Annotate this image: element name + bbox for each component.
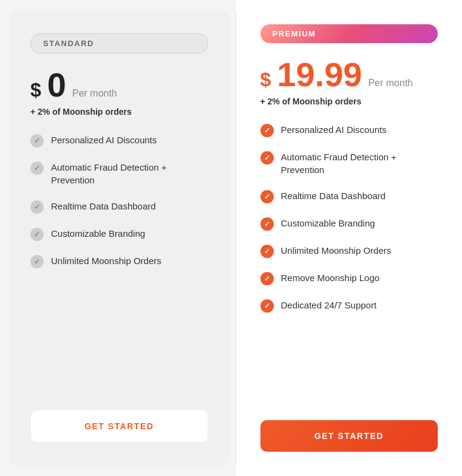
feature-label: Automatic Fraud Detection + Prevention xyxy=(281,151,438,176)
check-icon xyxy=(260,299,274,313)
check-icon xyxy=(260,272,274,285)
premium-plan-card: PREMIUM $ 19.99 Per month + 2% of Moonsh… xyxy=(236,0,463,476)
feature-label: Automatic Fraud Detection + Prevention xyxy=(51,161,208,186)
check-icon xyxy=(30,162,44,175)
feature-label: Customizable Branding xyxy=(281,217,375,229)
list-item: Personalized AI Discounts xyxy=(30,134,208,148)
feature-label: Dedicated 24/7 Support xyxy=(281,299,377,311)
premium-price-period: Per month xyxy=(368,78,413,89)
list-item: Customizable Branding xyxy=(260,217,438,231)
standard-features-list: Personalized AI Discounts Automatic Frau… xyxy=(30,134,208,388)
premium-get-started-button[interactable]: GET STARTED xyxy=(260,420,438,452)
feature-label: Realtime Data Dashboard xyxy=(281,189,386,202)
premium-price-amount: 19.99 xyxy=(277,58,362,92)
standard-price-row: $ 0 Per month xyxy=(30,68,208,102)
feature-label: Personalized AI Discounts xyxy=(281,123,387,136)
premium-price-subtext: + 2% of Moonship orders xyxy=(260,97,438,106)
standard-badge: STANDARD xyxy=(30,33,208,53)
list-item: Automatic Fraud Detection + Prevention xyxy=(260,151,438,176)
feature-label: Customizable Branding xyxy=(51,227,145,240)
standard-price-amount: 0 xyxy=(47,68,66,102)
feature-label: Unlimited Moonship Orders xyxy=(281,244,392,257)
premium-features-list: Personalized AI Discounts Automatic Frau… xyxy=(260,123,438,398)
standard-get-started-button[interactable]: GET STARTED xyxy=(30,410,208,443)
check-icon xyxy=(30,200,44,214)
pricing-container: STANDARD $ 0 Per month + 2% of Moonship … xyxy=(0,0,462,476)
standard-plan-card: STANDARD $ 0 Per month + 2% of Moonship … xyxy=(9,9,229,467)
feature-label: Personalized AI Discounts xyxy=(51,134,157,146)
standard-price-period: Per month xyxy=(72,88,117,99)
list-item: Dedicated 24/7 Support xyxy=(260,299,438,313)
check-icon xyxy=(30,134,44,148)
list-item: Customizable Branding xyxy=(30,227,208,241)
feature-label: Remove Moonship Logo xyxy=(281,271,380,284)
premium-badge: PREMIUM xyxy=(260,24,438,43)
list-item: Unlimited Moonship Orders xyxy=(30,254,208,268)
feature-label: Realtime Data Dashboard xyxy=(51,200,156,212)
check-icon xyxy=(260,124,274,137)
premium-price-row: $ 19.99 Per month xyxy=(260,58,438,92)
check-icon xyxy=(260,190,274,203)
list-item: Personalized AI Discounts xyxy=(260,123,438,137)
check-icon xyxy=(260,245,274,258)
standard-currency: $ xyxy=(30,79,41,101)
list-item: Unlimited Moonship Orders xyxy=(260,244,438,258)
premium-currency: $ xyxy=(260,69,271,91)
standard-price-subtext: + 2% of Moonship orders xyxy=(30,107,208,117)
list-item: Remove Moonship Logo xyxy=(260,271,438,285)
feature-label: Unlimited Moonship Orders xyxy=(51,254,161,267)
list-item: Realtime Data Dashboard xyxy=(30,200,208,214)
check-icon xyxy=(260,217,274,231)
check-icon xyxy=(30,255,44,268)
check-icon xyxy=(260,151,274,165)
list-item: Automatic Fraud Detection + Prevention xyxy=(30,161,208,186)
list-item: Realtime Data Dashboard xyxy=(260,189,438,203)
check-icon xyxy=(30,228,44,241)
